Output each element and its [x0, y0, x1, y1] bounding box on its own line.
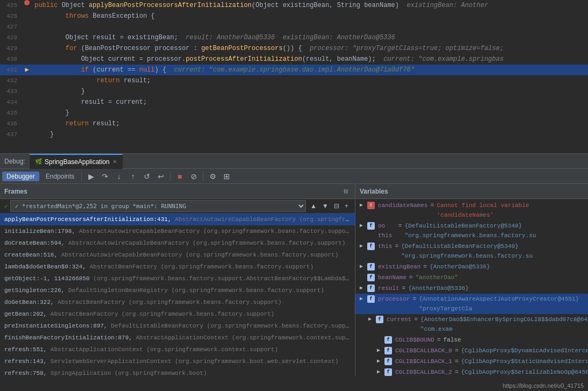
frame-item[interactable]: initializeBean:1798, AbstractAutowireCap…	[0, 225, 355, 237]
line-number: 431	[0, 65, 22, 75]
sub-tab-debugger[interactable]: Debugger	[2, 172, 39, 181]
var-value: {DefaultListableBeanFactory@5340} "org.s…	[404, 221, 584, 240]
var-value: false	[443, 335, 461, 345]
var-value: Cannot find local variable 'candidateNam…	[437, 201, 584, 220]
debug-sub-tabs: Debugger Endpoints	[2, 172, 79, 181]
var-type-icon: f	[367, 285, 375, 292]
variable-item[interactable]: ▶fcurrent = {AnotherDao$$EnhancerBySprin…	[355, 314, 588, 335]
variable-item[interactable]: fbeanName = "anotherDao"	[355, 272, 588, 283]
line-content: throws BeansException {	[32, 11, 588, 22]
frame-item[interactable]: createBean:516, AbstractAutowireCapableB…	[0, 249, 355, 261]
frame-thread-select[interactable]: ✓ *restartedMain*@2,252 in group *main*:…	[10, 200, 306, 212]
mute-breakpoints-button[interactable]: ⊘	[187, 170, 200, 183]
stop-button[interactable]: ■	[173, 170, 186, 183]
frame-item[interactable]: getBean:202, AbstractBeanFactory (org.sp…	[0, 308, 355, 320]
line-number: 429	[0, 43, 22, 54]
frame-item[interactable]: getObject:-1, 1143266850 (org.springfram…	[0, 273, 355, 285]
frame-item[interactable]: refresh:143, ServletWebServerApplication…	[0, 356, 355, 367]
frame-item[interactable]: getSingleton:226, DefaultSingletonBeanRe…	[0, 285, 355, 296]
debug-tab-bar: Debug: 🌿 SpringBaseApplication ✕	[0, 154, 588, 169]
frame-item[interactable]: lambda$doGetBean$0:324, AbstractBeanFact…	[0, 261, 355, 273]
resume-button[interactable]: ▶	[85, 170, 97, 183]
var-equals: =	[414, 315, 418, 324]
var-expand-icon[interactable]: ▶	[368, 315, 375, 324]
variable-item[interactable]: ▶!candidateNames = Cannot find local var…	[355, 200, 588, 221]
var-equals: =	[455, 357, 459, 366]
var-equals: =	[455, 367, 459, 376]
code-line-428: 428 Object result = existingBean; result…	[0, 32, 588, 43]
var-expand-icon[interactable]: ▶	[377, 367, 383, 376]
variable-item[interactable]: ▶fCGLIB$CALLBACK_0 = {CglibAopProxy$Dyna…	[355, 345, 588, 356]
line-number: 432	[0, 75, 22, 86]
line-number: 437	[0, 129, 22, 140]
line-content: for (BeanPostProcessor processor : getBe…	[32, 43, 588, 54]
line-number: 427	[0, 22, 22, 32]
code-editor: 425 public Object applyBeanPostProcessor…	[0, 0, 588, 153]
variable-item[interactable]: ▶fCGLIB$CALLBACK_2 = {CglibAopProxy$Seri…	[355, 367, 588, 376]
sub-tab-endpoints[interactable]: Endpoints	[41, 172, 79, 181]
frame-item[interactable]: doGetBean:322, AbstractBeanFactory (org.…	[0, 296, 355, 308]
code-line-432: 432 return result;	[0, 75, 588, 86]
var-value: {AnotherDao$$EnhancerBySpringCGLIB$$dabd…	[421, 315, 588, 334]
var-equals: =	[423, 262, 427, 272]
step-back-button[interactable]: ↺	[141, 170, 153, 183]
step-over-button[interactable]: ↷	[99, 170, 111, 183]
debug-tab-spring[interactable]: 🌿 SpringBaseApplication ✕	[30, 154, 123, 169]
variables-panel: Variables ▶!candidateNames = Cannot find…	[355, 184, 588, 376]
variable-item[interactable]: ▶fexistingBean = {AnotherDao@5336}	[355, 261, 588, 272]
code-line-433: 433 }	[0, 86, 588, 97]
var-type-icon: f	[384, 347, 392, 354]
frame-item[interactable]: preInstantiateSingletons:897, DefaultLis…	[0, 320, 355, 332]
frame-nav-down[interactable]: ▼	[320, 201, 331, 211]
restart-button[interactable]: ↩	[155, 170, 167, 183]
var-expand-icon[interactable]: ▶	[360, 241, 366, 251]
variable-item[interactable]: ▶fresult = {AnotherDao@5336}	[355, 283, 588, 294]
frames-filter-button[interactable]: ⊟	[341, 187, 351, 196]
var-expand-icon[interactable]: ▶	[360, 294, 366, 304]
frame-item[interactable]: refresh:758, SpringApplication (org.spri…	[0, 367, 355, 376]
var-expand-icon[interactable]: ▶	[377, 346, 383, 356]
frame-filter-icon[interactable]: ⊟	[332, 201, 341, 211]
var-name: CGLIB$BOUND	[395, 335, 435, 345]
frames-panel: Frames ⊟ ✓ ✓ *restartedMain*@2,252 in gr…	[0, 184, 355, 376]
var-expand-icon[interactable]: ▶	[360, 283, 366, 293]
code-line-434: 434 result = current;	[0, 97, 588, 108]
spring-icon: 🌿	[35, 158, 43, 165]
variable-item[interactable]: ▶fthis = {DefaultListableBeanFactory@534…	[355, 241, 588, 261]
step-into-button[interactable]: ↓	[113, 170, 125, 183]
var-expand-icon[interactable]: ▶	[360, 221, 366, 231]
variable-item[interactable]: ▶fprocessor = {AnnotationAwareAspectJAut…	[355, 294, 588, 314]
frame-item[interactable]: applyBeanPostProcessorsAfterInitializati…	[0, 214, 355, 225]
settings-button[interactable]: ⚙	[206, 170, 219, 183]
var-name: oo this	[378, 221, 396, 240]
var-equals: =	[412, 294, 416, 304]
layout-button[interactable]: ⊞	[220, 170, 233, 183]
line-number: 425	[0, 0, 22, 11]
tab-close-icon[interactable]: ✕	[113, 159, 117, 165]
var-type-icon: f	[367, 274, 375, 281]
line-marker: ▶	[22, 65, 32, 75]
variable-item[interactable]: ▶fCGLIB$CALLBACK_1 = {CglibAopProxy$Stat…	[355, 356, 588, 367]
frame-nav-up[interactable]: ▲	[308, 201, 319, 211]
var-expand-icon[interactable]: ▶	[377, 357, 383, 366]
variable-item[interactable]: ▶foo this = {DefaultListableBeanFactory@…	[355, 221, 588, 241]
frames-title: Frames	[4, 188, 27, 195]
frame-item[interactable]: refresh:551, AbstractApplicationContext …	[0, 344, 355, 356]
var-value: {CglibAopProxy$SerializableNoOp@6456}	[461, 367, 588, 376]
debug-toolbar: Debugger Endpoints ▶ ↷ ↓ ↑ ↺ ↩ ■ ⊘ ⚙ ⊞	[0, 169, 588, 184]
var-expand-icon[interactable]: ▶	[360, 262, 366, 272]
var-name: result	[378, 283, 400, 293]
frame-add-button[interactable]: +	[342, 201, 351, 211]
current-line-arrow: ▶	[25, 65, 29, 75]
toolbar-separator	[81, 172, 82, 181]
var-type-icon: f	[384, 358, 392, 365]
var-name: candidateNames	[378, 201, 428, 210]
line-number: 426	[0, 11, 22, 22]
debug-tab-label: SpringBaseApplication	[45, 158, 110, 166]
frame-item[interactable]: finishBeanFactoryInitialization:879, Abs…	[0, 332, 355, 344]
step-out-button[interactable]: ↑	[127, 170, 139, 183]
var-expand-icon[interactable]: ▶	[360, 201, 366, 210]
variable-item[interactable]: fCGLIB$BOUND = false	[355, 335, 588, 345]
code-line-430: 430 Object current = processor.postProce…	[0, 54, 588, 65]
frame-item[interactable]: doCreateBean:594, AbstractAutowireCapabl…	[0, 237, 355, 249]
